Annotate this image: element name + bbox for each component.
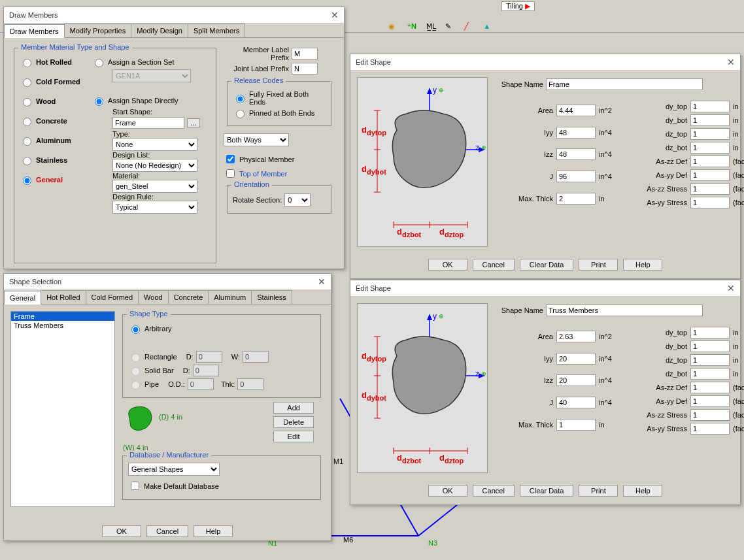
design-rule-label: Design Rule: [112,193,211,201]
shape-list[interactable]: Frame Truss Members [10,311,115,507]
es1-help[interactable]: Help [623,259,662,271]
radio-assign-section[interactable] [95,59,103,67]
db-select[interactable]: General Shapes [128,463,220,476]
dybot-label: dy_bot [628,116,687,124]
iyy-input[interactable] [556,127,596,139]
es2-cancel[interactable]: Cancel [473,485,515,497]
mt-input2[interactable] [556,419,596,431]
dzbot-input2[interactable] [690,368,730,380]
design-rule-select[interactable]: Typical [112,201,197,214]
check-default-db[interactable] [131,482,139,490]
aszzd-input2[interactable] [690,382,730,393]
es2-print[interactable]: Print [579,485,618,497]
radio-fully-fixed[interactable] [236,95,245,103]
aszzs-input2[interactable] [690,409,730,421]
draw-members-tabs: Draw Members Modify Properties Modify De… [4,24,344,38]
dzbot-input[interactable] [690,142,730,154]
list-item-frame[interactable]: Frame [11,312,114,321]
type-select[interactable]: None [112,138,197,151]
close-icon[interactable]: ✕ [331,10,339,20]
tab-modify-design[interactable]: Modify Design [131,24,188,37]
radio-aluminum[interactable] [23,137,31,146]
shape-browse-button[interactable]: ... [187,118,200,127]
d-label: D: [186,353,194,361]
asyyd-input2[interactable] [690,395,730,407]
j-input2[interactable] [556,397,596,408]
dztop-input[interactable] [690,128,730,140]
tab-modify-props[interactable]: Modify Properties [64,24,132,37]
add-button[interactable]: Add [273,402,314,414]
toolbar-icon-ml[interactable]: M̲L̲ [426,22,438,34]
asyyd-input[interactable] [690,169,730,181]
rotate-select[interactable]: 0 [284,193,311,206]
edit-button[interactable]: Edit [273,431,314,442]
dytop-input2[interactable] [690,327,730,338]
radio-assign-shape[interactable] [95,97,103,106]
radio-pinned[interactable] [236,110,245,118]
es1-cancel[interactable]: Cancel [473,259,515,271]
aszzd-input[interactable] [690,156,730,167]
es1-clear[interactable]: Clear Data [520,259,574,271]
shape-name-input2[interactable] [546,305,703,316]
check-physical-member[interactable] [226,155,235,163]
tab-ss-hotrolled[interactable]: Hot Rolled [41,290,86,304]
es2-help[interactable]: Help [623,485,662,497]
radio-hot-rolled[interactable] [23,59,31,67]
radio-arbitrary[interactable] [131,325,140,334]
member-prefix-input[interactable] [292,48,318,59]
check-top-member[interactable] [226,169,235,178]
toolbar-icon-1[interactable]: ◉ [388,22,400,34]
radio-stainless[interactable] [23,157,31,165]
ss-ok-button[interactable]: OK [102,525,141,537]
es2-ok[interactable]: OK [428,485,467,497]
aszzs-input[interactable] [690,183,730,195]
radio-concrete[interactable] [23,118,31,126]
radio-wood[interactable] [23,98,31,107]
ss-help-button[interactable]: Help [194,525,233,537]
dybot-input[interactable] [690,114,730,126]
area-input[interactable] [556,105,596,116]
tab-ss-stainless[interactable]: Stainless [251,290,292,304]
close-icon[interactable]: ✕ [727,57,735,67]
close-icon[interactable]: ✕ [727,283,735,293]
design-list-select[interactable]: None (No Redesign) [112,159,197,172]
es2-clear[interactable]: Clear Data [520,485,574,497]
asyys-input[interactable] [690,197,730,208]
es1-print[interactable]: Print [579,259,618,271]
shape-name-input[interactable] [546,78,703,90]
tab-split-members[interactable]: Split Members [188,24,245,37]
tab-ss-wood[interactable]: Wood [138,290,169,304]
asyys-input2[interactable] [690,423,730,435]
radio-cold-formed[interactable] [23,78,31,87]
radio-general[interactable] [23,176,31,185]
lbl-assign-shape: Assign Shape Directly [108,97,178,105]
close-icon[interactable]: ✕ [318,276,326,287]
dybot-input2[interactable] [690,340,730,352]
both-ways-select[interactable]: Both Ways [224,133,289,146]
mt-input[interactable] [556,193,596,205]
material-select[interactable]: gen_Steel [112,180,197,193]
dytop-input[interactable] [690,101,730,112]
joint-prefix-input[interactable] [292,63,318,74]
aszzs-label2: As-zz Stress [628,411,687,419]
tab-ss-general[interactable]: General [4,291,41,305]
toolbar-icon-delta[interactable]: ▲ [483,22,495,34]
toolbar-icon-pencil[interactable]: ✎ [445,22,457,34]
tab-draw-members[interactable]: Draw Members [4,24,65,38]
tab-ss-coldformed[interactable]: Cold Formed [86,290,139,304]
toolbar-icon-n[interactable]: ⁺N [407,22,419,34]
delete-button[interactable]: Delete [273,416,314,428]
ss-cancel-button[interactable]: Cancel [146,525,188,537]
start-shape-input[interactable] [112,117,184,129]
izz-input[interactable] [556,148,596,160]
j-input[interactable] [556,171,596,182]
list-item-truss[interactable]: Truss Members [11,321,114,330]
toolbar-icon-line[interactable]: ╱ [464,22,476,34]
es1-ok[interactable]: OK [428,259,467,271]
izz-input2[interactable] [556,374,596,386]
tab-ss-concrete[interactable]: Concrete [168,290,209,304]
iyy-input2[interactable] [556,353,596,365]
area-input2[interactable] [556,331,596,342]
tab-ss-aluminum[interactable]: Aluminum [208,290,252,304]
dztop-input2[interactable] [690,354,730,366]
